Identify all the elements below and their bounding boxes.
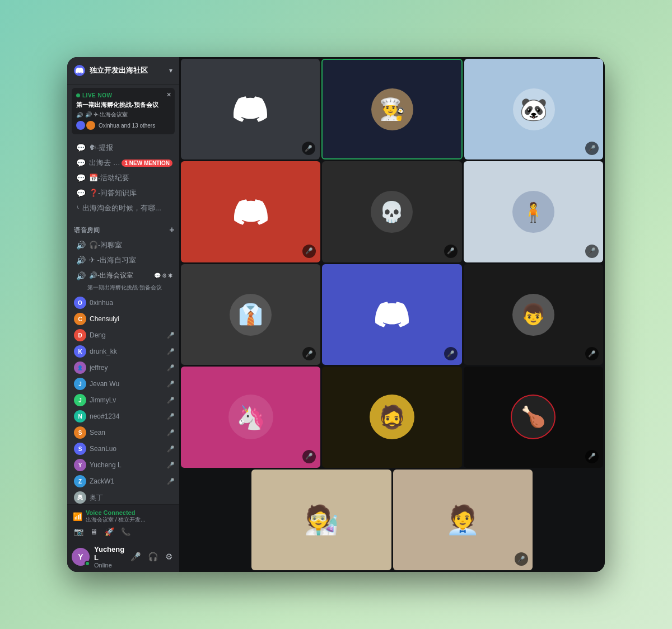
channel-item-gold[interactable]: ╰ 出海淘金的时候，有哪... — [69, 201, 177, 215]
channel-item-qa[interactable]: 💬 ❓-问答知识库 — [69, 186, 177, 200]
avatar: D — [74, 329, 86, 341]
user-settings-icon[interactable]: ⚙ — [163, 551, 175, 563]
voice-room-study[interactable]: 🔊 ✈ -出海自习室 — [69, 253, 177, 267]
close-icon[interactable]: ✕ — [166, 91, 171, 98]
mute-indicator: 🎤 — [585, 347, 599, 360]
text-channel-icon: 💬 — [76, 189, 86, 198]
user-avatar-wrap: Y — [72, 548, 90, 566]
mute-icon: 🎤 — [167, 413, 175, 420]
mute-icon: 🎤 — [167, 332, 175, 339]
muted-icon: 🎤 — [588, 350, 596, 358]
video-tile-4: 🎤 — [181, 161, 320, 262]
member-name: JimmyLv — [90, 396, 167, 404]
member-item[interactable]: 奥 奥丁 — [69, 490, 177, 504]
channel-name: 🎧-闲聊室 — [89, 240, 172, 250]
channel-item[interactable]: 💬 🗣-提报 — [69, 140, 177, 155]
avatar-circle: 🧑‍💼 — [440, 497, 485, 542]
mute-icon: 🎤 — [167, 364, 175, 372]
muted-icon: 🎤 — [517, 556, 525, 563]
video-icon[interactable]: 📷 — [73, 526, 85, 537]
live-dot — [76, 93, 80, 97]
discord-logo-icon — [375, 298, 409, 331]
muted-icon: 🎤 — [447, 247, 455, 255]
member-item[interactable]: N neo#1234 🎤 — [69, 409, 177, 424]
member-item[interactable]: J JimmyLv 🎤 — [69, 392, 177, 408]
voice-section-header[interactable]: 语音房间 + — [67, 216, 179, 237]
user-status: Online — [94, 562, 128, 569]
video-tile-12: 🍗 🎤 — [464, 367, 603, 467]
muted-icon: 🎤 — [588, 145, 596, 152]
member-item[interactable]: Y Yucheng L 🎤 — [69, 457, 177, 473]
video-tile-1: 🎤 — [181, 59, 320, 159]
add-channel-icon[interactable]: + — [169, 225, 175, 235]
video-grid: 🎤 👨‍🍳 🐼 🎤 🎤 — [179, 57, 605, 572]
headphones-icon[interactable]: 🎧 — [146, 551, 161, 563]
discord-logo-icon — [234, 195, 268, 229]
member-item[interactable]: Z ZackW1 🎤 — [69, 473, 177, 489]
mute-icon: 🎤 — [167, 348, 175, 355]
avatar: S — [74, 426, 86, 439]
muted-icon: 🎤 — [588, 247, 596, 255]
voice-section-label: 语音房间 — [74, 226, 100, 234]
member-item[interactable]: J Jevan Wu 🎤 — [69, 376, 177, 392]
channel-item-activity[interactable]: 💬 📅-活动纪要 — [69, 171, 177, 185]
app-window: 独立开发出海社区 ▾ ✕ LIVE NOW 第一期出海孵化挑战-预备会议 🔊 🔊… — [67, 57, 605, 572]
avatar-circle: 👨‍🍳 — [371, 88, 413, 130]
member-name: Yucheng L — [90, 461, 167, 469]
member-item-sean[interactable]: S Sean 🎤 — [69, 425, 177, 440]
channel-item-podcast[interactable]: 💬 出海去 Podcast 0x06: m... 1 NEW MENTION — [69, 156, 177, 170]
member-item[interactable]: O 0xinhua — [69, 295, 177, 311]
activity-icon[interactable]: 🚀 — [104, 526, 115, 537]
server-icon — [74, 65, 85, 76]
video-tile-3: 🐼 🎤 — [464, 59, 603, 159]
member-name: Deng — [90, 331, 167, 339]
disconnect-icon[interactable]: 📞 — [120, 526, 132, 537]
mute-icon: 🎤 — [167, 478, 175, 485]
avatar: N — [74, 410, 86, 423]
user-info: Yucheng L Online — [94, 545, 128, 569]
video-tile-9: 👦 🎤 — [464, 264, 603, 365]
avatar: 👤 — [74, 362, 86, 374]
microphone-icon[interactable]: 🎤 — [128, 551, 143, 563]
member-name-sean: Sean — [90, 429, 167, 436]
avatar-circle: 🧔 — [370, 395, 414, 439]
video-tile-11: 🧔 — [322, 367, 461, 467]
voice-icon: 🔊 — [76, 271, 86, 280]
chevron-down-icon: ▾ — [169, 67, 172, 74]
user-panel: Y Yucheng L Online 🎤 🎧 ⚙ — [67, 542, 179, 572]
video-tile-10: 🦄 🎤 — [181, 367, 320, 467]
video-tile-6: 🧍 🎤 — [464, 161, 603, 262]
user-name: Yucheng L — [94, 545, 128, 562]
live-avatar — [76, 121, 85, 130]
live-title: 第一期出海孵化挑战-预备会议 — [76, 101, 170, 109]
voice-room-active: 🔊 🔊-出海会议室 💬 ⚙ ✱ 第一期出海孵化挑战-预备会议 — [69, 269, 177, 294]
member-item[interactable]: K drunk_kk 🎤 — [69, 344, 177, 359]
muted-icon: 🎤 — [305, 247, 313, 255]
user-controls: 🎤 🎧 ⚙ — [128, 551, 175, 563]
video-tile-14: 🧑‍💼 🎤 — [393, 470, 533, 570]
discord-logo-icon — [234, 92, 267, 126]
video-row-4: 🦄 🎤 🧔 🍗 🎤 — [181, 367, 603, 467]
voice-icon: 🔊 — [76, 241, 86, 250]
mute-indicator: 🎤 — [302, 347, 316, 360]
voice-room-name-active[interactable]: 🔊 🔊-出海会议室 💬 ⚙ ✱ — [69, 269, 177, 283]
member-item[interactable]: S SeanLuo 🎤 — [69, 441, 177, 457]
server-header[interactable]: 独立开发出海社区 ▾ — [67, 57, 179, 85]
member-name: Chensuiyi — [90, 315, 175, 323]
voice-room-idle[interactable]: 🔊 🎧-闲聊室 — [69, 238, 177, 252]
mute-indicator: 🎤 — [302, 450, 316, 463]
member-item[interactable]: D Deng 🎤 — [69, 327, 177, 343]
status-dot — [85, 561, 90, 566]
voice-icon: 🔊 — [76, 256, 86, 265]
mute-indicator: 🎤 — [585, 450, 599, 463]
screen-share-icon[interactable]: 🖥 — [89, 526, 99, 537]
member-name: Jevan Wu — [90, 380, 167, 388]
live-channel: 🔊 ✈-出海会议室 — [85, 111, 128, 119]
live-now-badge: LIVE NOW — [76, 92, 170, 98]
member-item[interactable]: C Chensuiyi — [69, 311, 177, 327]
member-item[interactable]: 👤 jeffrey 🎤 — [69, 360, 177, 375]
member-name: drunk_kk — [90, 348, 167, 355]
muted-icon: 🎤 — [305, 145, 312, 152]
avatar: J — [74, 378, 86, 390]
voice-connected-bar: 📶 Voice Connected 出海会议室 / 独立开发... 📷 🖥 🚀 … — [67, 504, 179, 542]
